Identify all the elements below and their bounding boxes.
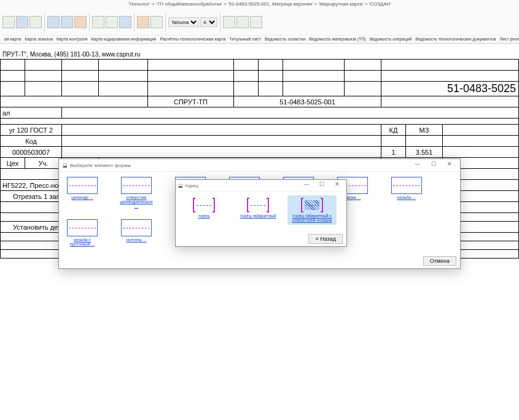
ribbon-tab[interactable]: Лист регистрации изменений в ТП [498, 36, 519, 42]
separator [134, 13, 135, 31]
close-icon[interactable]: ✕ [443, 161, 456, 169]
ribbon-tab[interactable]: Карта кодирования информации [89, 36, 158, 42]
face-plain[interactable]: торец [179, 195, 228, 225]
face-overall-axial-hole[interactable]: торец габаритный с отверстием осевым [287, 195, 337, 225]
shape-fillet[interactable]: галтель ... [118, 219, 155, 246]
app-icon: ⬓ [63, 163, 68, 168]
ribbon-tab[interactable]: Расчётно-технологическая карта [158, 36, 228, 42]
dialog-titlebar: ⬓ Выберите элемент формы — ☐ ✕ [59, 159, 460, 172]
gost-cell: уг 120 ГОСТ 2 [1, 125, 62, 136]
hdr-ceh: Цех [1, 158, 25, 169]
back-button[interactable]: < Назад [308, 234, 343, 244]
ribbon-btn-8[interactable] [106, 16, 118, 28]
ribbon-toolbar: Tahoma 4.5 ая карта Карта эскизов Карта … [0, 8, 519, 44]
shape-thread[interactable]: резьба ... [388, 177, 425, 208]
ribbon-tab[interactable]: Ведомость оснастки [263, 36, 307, 42]
row-al: ал [1, 107, 62, 119]
maximize-icon[interactable]: ☐ [315, 181, 329, 190]
hdr-uch: Уч. [25, 158, 62, 169]
ribbon-tab[interactable]: Ведомость материалов (ТП) [307, 36, 367, 42]
ribbon-btn-7[interactable] [92, 16, 104, 28]
shape-thread-groove[interactable]: резьба с проточкой ... [64, 219, 101, 246]
ribbon-btn-4[interactable] [47, 16, 60, 28]
kod-value: 0000503007 [1, 147, 62, 158]
close-icon[interactable]: ✕ [330, 181, 344, 190]
face-overall[interactable]: торец габаритный [233, 195, 283, 225]
ribbon-tabs: ая карта Карта эскизов Карта контроля Ка… [2, 35, 517, 42]
ribbon-btn-9[interactable] [119, 16, 131, 28]
part-number-full: 51-0483-5025-001 [234, 96, 381, 107]
dialog2-title-text: торец [185, 183, 198, 189]
shape-hole-cyl[interactable]: отверстие цилиндрическое ... [118, 177, 155, 208]
separator [44, 13, 45, 31]
minimize-icon[interactable]: — [411, 161, 424, 169]
app-icon: ⬓ [178, 183, 183, 189]
separator [220, 13, 220, 31]
ribbon-tab[interactable]: Ведомость операций [368, 36, 414, 42]
mz-value: 3.551 [406, 147, 443, 158]
align-right-icon[interactable] [250, 16, 262, 28]
dialog2-titlebar: ⬓ торец — ☐ ✕ [176, 180, 346, 192]
ribbon-tab[interactable]: ая карта [2, 36, 23, 42]
ribbon-btn-paste[interactable] [137, 16, 149, 28]
ribbon-tab[interactable]: Титульный лист [227, 36, 263, 42]
system-title: СПРУТ-ТП [148, 96, 234, 107]
align-left-icon[interactable] [223, 16, 235, 28]
maximize-icon[interactable]: ☐ [427, 161, 440, 169]
company-info: ПРУТ-Т", Москва, (495) 181-00-13, www.cs… [0, 50, 519, 59]
dialog-title-text: Выберите элемент формы [70, 163, 131, 168]
align-center-icon[interactable] [236, 16, 249, 28]
ribbon-tab[interactable]: Ведомость технологических документов [413, 36, 498, 42]
hdr-kd: КД [381, 125, 406, 136]
ribbon-btn-6[interactable] [74, 16, 87, 28]
separator [89, 13, 90, 31]
ribbon-btn-cut[interactable] [150, 16, 163, 28]
cancel-button[interactable]: Отмена [423, 256, 456, 266]
font-size-select[interactable]: 4.5 [200, 17, 217, 27]
minimize-icon[interactable]: — [300, 181, 313, 190]
separator [165, 13, 166, 31]
font-family-select[interactable]: Tahoma [168, 17, 199, 27]
ribbon-btn-2[interactable] [16, 16, 28, 28]
ribbon-btn-5[interactable] [61, 16, 73, 28]
face-picker-dialog: ⬓ торец — ☐ ✕ торец торец габаритный тор… [175, 179, 347, 247]
hdr-mz: МЗ [406, 125, 443, 136]
ribbon-btn-3[interactable] [29, 16, 42, 28]
kd-value: 1 [381, 147, 406, 158]
ribbon-tab[interactable]: Карта контроля [55, 36, 89, 42]
ribbon-btn-1[interactable] [2, 16, 15, 28]
part-number-short: 51-0483-5025 [381, 82, 519, 96]
shape-cylinder[interactable]: цилиндр ... [64, 177, 101, 208]
window-title: 'Технолог' > 'ТП общий/механообработки' … [0, 0, 519, 8]
ribbon-tab[interactable]: Карта эскизов [23, 36, 55, 42]
hdr-kod: Код [1, 136, 62, 147]
